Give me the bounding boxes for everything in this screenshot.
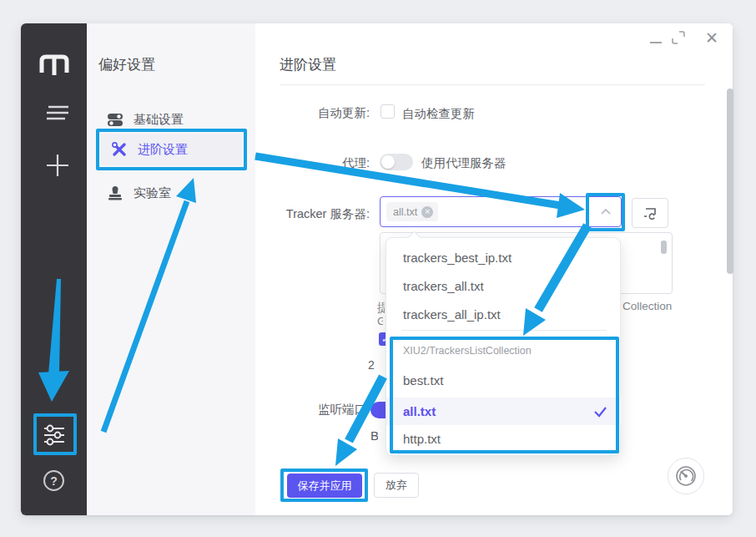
tracker-tag-label: all.txt bbox=[393, 206, 417, 218]
sidebar-item-lab[interactable]: 实验室 bbox=[98, 177, 242, 209]
auto-update-label: 自动更新: bbox=[255, 105, 370, 121]
sync-info-fragment: 2 bbox=[368, 358, 375, 372]
auto-update-checkbox[interactable] bbox=[381, 104, 395, 119]
speed-limit-button[interactable] bbox=[668, 458, 704, 494]
preferences-title: 偏好设置 bbox=[98, 55, 155, 74]
dropdown-item[interactable]: trackers_all.txt bbox=[386, 272, 622, 301]
tracker-source-dropdown: trackers_best_ip.txt trackers_all.txt tr… bbox=[386, 237, 621, 456]
toggle-knob bbox=[381, 155, 395, 169]
port-text-fragment: B bbox=[370, 428, 378, 443]
sidebar-item-label: 进阶设置 bbox=[138, 142, 188, 158]
speed-gauge-icon bbox=[674, 464, 698, 488]
hint-text-fragment-left-1: 提 bbox=[377, 301, 385, 316]
check-icon bbox=[593, 404, 607, 418]
preferences-window: ? 偏好设置 基础设置 进阶设置 bbox=[21, 23, 733, 515]
add-task-icon[interactable] bbox=[45, 153, 70, 178]
dropdown-divider bbox=[401, 330, 607, 331]
preferences-icon[interactable] bbox=[43, 424, 65, 446]
dropdown-item[interactable]: http.txt bbox=[386, 426, 622, 453]
sync-icon bbox=[643, 205, 658, 220]
tracker-tag: all.txt × bbox=[386, 202, 438, 221]
dropdown-item-label: all.txt bbox=[403, 404, 436, 418]
preferences-panel: 偏好设置 基础设置 进阶设置 实验室 bbox=[87, 23, 255, 515]
task-list-icon[interactable] bbox=[45, 105, 70, 120]
page-title: 进阶设置 bbox=[280, 55, 336, 74]
tracker-select-input[interactable]: all.txt × bbox=[380, 196, 622, 227]
motrix-logo-icon bbox=[38, 52, 71, 77]
discard-button[interactable]: 放弃 bbox=[374, 473, 419, 498]
close-icon[interactable]: ✕ bbox=[705, 28, 718, 48]
sidebar-item-advanced-settings[interactable]: 进阶设置 bbox=[103, 134, 246, 165]
hint-text-fragment-right: Collection bbox=[622, 300, 672, 312]
auto-update-checkbox-label: 自动检查更新 bbox=[402, 106, 475, 122]
hint-text-fragment-left-2: G bbox=[377, 315, 383, 327]
sync-trackers-button[interactable] bbox=[632, 198, 668, 228]
listen-port-label: 监听端口: bbox=[255, 402, 370, 418]
app-sidebar: ? bbox=[21, 23, 87, 515]
help-icon[interactable]: ? bbox=[43, 470, 64, 491]
advanced-settings-page: ✕ 进阶设置 自动更新: 自动检查更新 代理: 使用代理服务器 Tracker … bbox=[255, 23, 733, 515]
lab-icon bbox=[107, 185, 123, 201]
textarea-scrollbar[interactable] bbox=[661, 241, 667, 254]
proxy-toggle[interactable] bbox=[380, 154, 413, 170]
dropdown-item[interactable]: trackers_all_ip.txt bbox=[386, 301, 622, 329]
sidebar-item-label: 实验室 bbox=[134, 185, 171, 201]
save-and-apply-button[interactable]: 保存并应用 bbox=[287, 474, 362, 498]
chevron-up-icon[interactable] bbox=[599, 205, 612, 219]
dropdown-group-label: XIU2/TrackersListCollection bbox=[403, 345, 532, 357]
minimize-icon[interactable] bbox=[650, 42, 662, 43]
title-divider bbox=[280, 84, 705, 85]
page-scrollbar[interactable] bbox=[727, 89, 733, 274]
dropdown-item[interactable]: best.txt bbox=[386, 367, 622, 394]
dropdown-item-selected[interactable]: all.txt bbox=[386, 398, 622, 425]
dropdown-item[interactable]: trackers_best_ip.txt bbox=[386, 244, 622, 272]
sidebar-item-basic-settings[interactable]: 基础设置 bbox=[98, 104, 242, 135]
maximize-icon[interactable] bbox=[672, 31, 685, 44]
proxy-label: 代理: bbox=[255, 155, 370, 171]
sidebar-item-label: 基础设置 bbox=[134, 112, 184, 128]
tag-close-icon[interactable]: × bbox=[421, 206, 433, 218]
proxy-toggle-label: 使用代理服务器 bbox=[421, 155, 507, 171]
tracker-servers-label: Tracker 服务器: bbox=[255, 206, 370, 222]
advanced-settings-icon bbox=[111, 141, 128, 158]
basic-settings-icon bbox=[107, 111, 123, 128]
